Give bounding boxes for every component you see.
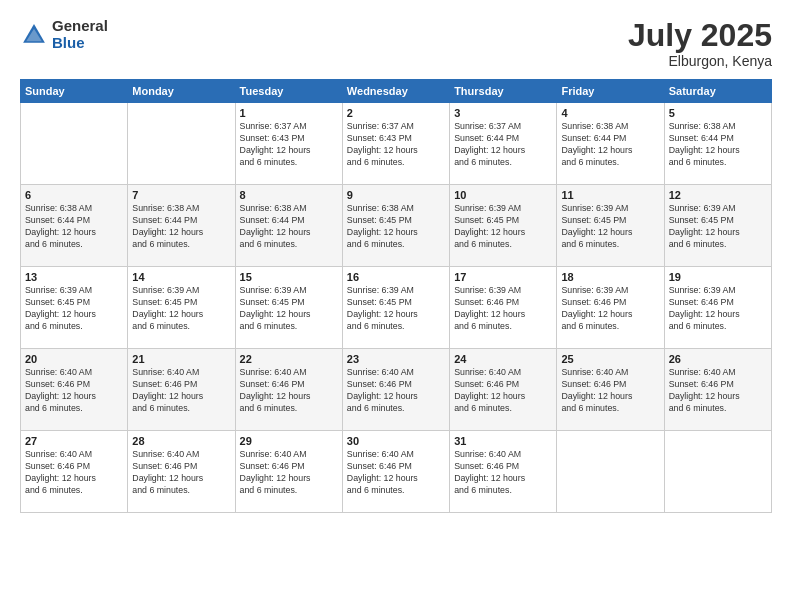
col-wednesday: Wednesday	[342, 80, 449, 103]
day-detail: Sunrise: 6:40 AM Sunset: 6:46 PM Dayligh…	[669, 367, 767, 415]
day-cell: 20Sunrise: 6:40 AM Sunset: 6:46 PM Dayli…	[21, 349, 128, 431]
day-detail: Sunrise: 6:40 AM Sunset: 6:46 PM Dayligh…	[561, 367, 659, 415]
day-number: 5	[669, 107, 767, 119]
week-row-3: 20Sunrise: 6:40 AM Sunset: 6:46 PM Dayli…	[21, 349, 772, 431]
day-number: 29	[240, 435, 338, 447]
day-cell	[664, 431, 771, 513]
week-row-1: 6Sunrise: 6:38 AM Sunset: 6:44 PM Daylig…	[21, 185, 772, 267]
day-detail: Sunrise: 6:38 AM Sunset: 6:44 PM Dayligh…	[669, 121, 767, 169]
day-number: 20	[25, 353, 123, 365]
day-cell: 21Sunrise: 6:40 AM Sunset: 6:46 PM Dayli…	[128, 349, 235, 431]
day-number: 23	[347, 353, 445, 365]
day-detail: Sunrise: 6:40 AM Sunset: 6:46 PM Dayligh…	[454, 367, 552, 415]
day-cell: 13Sunrise: 6:39 AM Sunset: 6:45 PM Dayli…	[21, 267, 128, 349]
day-cell: 18Sunrise: 6:39 AM Sunset: 6:46 PM Dayli…	[557, 267, 664, 349]
day-cell: 14Sunrise: 6:39 AM Sunset: 6:45 PM Dayli…	[128, 267, 235, 349]
day-detail: Sunrise: 6:40 AM Sunset: 6:46 PM Dayligh…	[132, 449, 230, 497]
day-number: 26	[669, 353, 767, 365]
col-thursday: Thursday	[450, 80, 557, 103]
day-detail: Sunrise: 6:38 AM Sunset: 6:44 PM Dayligh…	[240, 203, 338, 251]
day-cell: 12Sunrise: 6:39 AM Sunset: 6:45 PM Dayli…	[664, 185, 771, 267]
day-cell: 16Sunrise: 6:39 AM Sunset: 6:45 PM Dayli…	[342, 267, 449, 349]
day-detail: Sunrise: 6:40 AM Sunset: 6:46 PM Dayligh…	[25, 367, 123, 415]
day-cell: 5Sunrise: 6:38 AM Sunset: 6:44 PM Daylig…	[664, 103, 771, 185]
day-detail: Sunrise: 6:39 AM Sunset: 6:45 PM Dayligh…	[25, 285, 123, 333]
day-detail: Sunrise: 6:40 AM Sunset: 6:46 PM Dayligh…	[347, 449, 445, 497]
day-number: 27	[25, 435, 123, 447]
day-detail: Sunrise: 6:39 AM Sunset: 6:45 PM Dayligh…	[669, 203, 767, 251]
day-cell: 15Sunrise: 6:39 AM Sunset: 6:45 PM Dayli…	[235, 267, 342, 349]
logo-text: General Blue	[52, 18, 108, 51]
col-tuesday: Tuesday	[235, 80, 342, 103]
day-number: 21	[132, 353, 230, 365]
day-number: 7	[132, 189, 230, 201]
day-cell: 9Sunrise: 6:38 AM Sunset: 6:45 PM Daylig…	[342, 185, 449, 267]
day-number: 9	[347, 189, 445, 201]
day-number: 12	[669, 189, 767, 201]
week-row-4: 27Sunrise: 6:40 AM Sunset: 6:46 PM Dayli…	[21, 431, 772, 513]
day-detail: Sunrise: 6:38 AM Sunset: 6:44 PM Dayligh…	[561, 121, 659, 169]
logo-general-text: General	[52, 18, 108, 35]
day-detail: Sunrise: 6:40 AM Sunset: 6:46 PM Dayligh…	[240, 367, 338, 415]
col-sunday: Sunday	[21, 80, 128, 103]
calendar-title: July 2025	[628, 18, 772, 53]
day-cell: 17Sunrise: 6:39 AM Sunset: 6:46 PM Dayli…	[450, 267, 557, 349]
calendar-body: 1Sunrise: 6:37 AM Sunset: 6:43 PM Daylig…	[21, 103, 772, 513]
header: General Blue July 2025 Elburgon, Kenya	[20, 18, 772, 69]
day-number: 10	[454, 189, 552, 201]
day-cell: 8Sunrise: 6:38 AM Sunset: 6:44 PM Daylig…	[235, 185, 342, 267]
day-cell: 30Sunrise: 6:40 AM Sunset: 6:46 PM Dayli…	[342, 431, 449, 513]
day-detail: Sunrise: 6:39 AM Sunset: 6:46 PM Dayligh…	[561, 285, 659, 333]
day-detail: Sunrise: 6:40 AM Sunset: 6:46 PM Dayligh…	[347, 367, 445, 415]
day-detail: Sunrise: 6:39 AM Sunset: 6:46 PM Dayligh…	[669, 285, 767, 333]
page: General Blue July 2025 Elburgon, Kenya S…	[0, 0, 792, 612]
day-number: 16	[347, 271, 445, 283]
day-cell: 23Sunrise: 6:40 AM Sunset: 6:46 PM Dayli…	[342, 349, 449, 431]
day-cell: 28Sunrise: 6:40 AM Sunset: 6:46 PM Dayli…	[128, 431, 235, 513]
day-cell: 6Sunrise: 6:38 AM Sunset: 6:44 PM Daylig…	[21, 185, 128, 267]
day-number: 14	[132, 271, 230, 283]
day-number: 6	[25, 189, 123, 201]
day-number: 4	[561, 107, 659, 119]
day-cell: 11Sunrise: 6:39 AM Sunset: 6:45 PM Dayli…	[557, 185, 664, 267]
day-detail: Sunrise: 6:39 AM Sunset: 6:46 PM Dayligh…	[454, 285, 552, 333]
day-detail: Sunrise: 6:40 AM Sunset: 6:46 PM Dayligh…	[454, 449, 552, 497]
day-cell	[21, 103, 128, 185]
title-block: July 2025 Elburgon, Kenya	[628, 18, 772, 69]
day-cell: 22Sunrise: 6:40 AM Sunset: 6:46 PM Dayli…	[235, 349, 342, 431]
day-detail: Sunrise: 6:39 AM Sunset: 6:45 PM Dayligh…	[454, 203, 552, 251]
day-number: 18	[561, 271, 659, 283]
header-row: Sunday Monday Tuesday Wednesday Thursday…	[21, 80, 772, 103]
logo-icon	[20, 21, 48, 49]
day-detail: Sunrise: 6:39 AM Sunset: 6:45 PM Dayligh…	[240, 285, 338, 333]
day-number: 30	[347, 435, 445, 447]
day-number: 13	[25, 271, 123, 283]
day-detail: Sunrise: 6:38 AM Sunset: 6:45 PM Dayligh…	[347, 203, 445, 251]
day-cell: 31Sunrise: 6:40 AM Sunset: 6:46 PM Dayli…	[450, 431, 557, 513]
day-number: 11	[561, 189, 659, 201]
day-detail: Sunrise: 6:39 AM Sunset: 6:45 PM Dayligh…	[347, 285, 445, 333]
day-cell: 2Sunrise: 6:37 AM Sunset: 6:43 PM Daylig…	[342, 103, 449, 185]
day-cell	[128, 103, 235, 185]
day-cell: 25Sunrise: 6:40 AM Sunset: 6:46 PM Dayli…	[557, 349, 664, 431]
day-number: 22	[240, 353, 338, 365]
day-cell: 10Sunrise: 6:39 AM Sunset: 6:45 PM Dayli…	[450, 185, 557, 267]
logo: General Blue	[20, 18, 108, 51]
day-cell: 24Sunrise: 6:40 AM Sunset: 6:46 PM Dayli…	[450, 349, 557, 431]
day-cell: 26Sunrise: 6:40 AM Sunset: 6:46 PM Dayli…	[664, 349, 771, 431]
day-detail: Sunrise: 6:37 AM Sunset: 6:43 PM Dayligh…	[347, 121, 445, 169]
day-number: 25	[561, 353, 659, 365]
day-number: 3	[454, 107, 552, 119]
day-detail: Sunrise: 6:37 AM Sunset: 6:44 PM Dayligh…	[454, 121, 552, 169]
calendar-header: Sunday Monday Tuesday Wednesday Thursday…	[21, 80, 772, 103]
day-cell: 29Sunrise: 6:40 AM Sunset: 6:46 PM Dayli…	[235, 431, 342, 513]
day-number: 17	[454, 271, 552, 283]
day-detail: Sunrise: 6:37 AM Sunset: 6:43 PM Dayligh…	[240, 121, 338, 169]
day-cell: 4Sunrise: 6:38 AM Sunset: 6:44 PM Daylig…	[557, 103, 664, 185]
day-cell: 7Sunrise: 6:38 AM Sunset: 6:44 PM Daylig…	[128, 185, 235, 267]
day-detail: Sunrise: 6:40 AM Sunset: 6:46 PM Dayligh…	[25, 449, 123, 497]
day-number: 1	[240, 107, 338, 119]
logo-blue-text: Blue	[52, 35, 108, 52]
day-number: 19	[669, 271, 767, 283]
day-cell: 27Sunrise: 6:40 AM Sunset: 6:46 PM Dayli…	[21, 431, 128, 513]
